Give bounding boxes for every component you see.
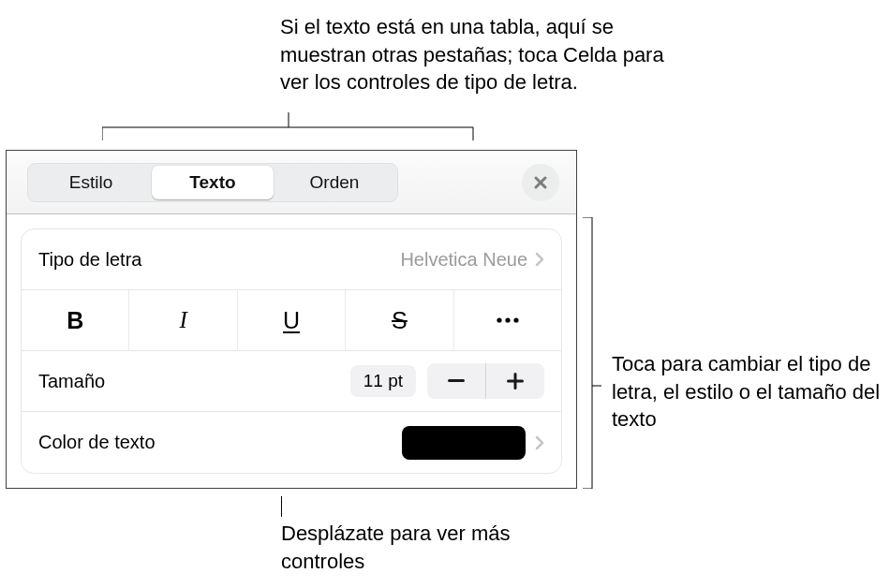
svg-point-3: [505, 317, 510, 322]
size-label: Tamaño: [38, 371, 350, 392]
tab-style[interactable]: Estilo: [30, 166, 152, 199]
callout-right-bracket: [583, 217, 601, 489]
callout-bottom: Desplázate para ver más controles: [281, 520, 525, 575]
chevron-right-icon: [535, 435, 544, 450]
callout-top-bracket: [102, 112, 475, 140]
size-increase-button[interactable]: [486, 363, 544, 399]
size-row: Tamaño 11 pt: [22, 351, 561, 412]
bold-button[interactable]: B: [22, 290, 129, 350]
minus-icon: [448, 379, 465, 383]
svg-point-2: [497, 317, 501, 322]
text-color-label: Color de texto: [38, 432, 402, 453]
strikethrough-button[interactable]: S: [346, 290, 453, 350]
tab-text[interactable]: Texto: [152, 166, 274, 199]
callout-top: Si el texto está en una tabla, aquí se m…: [280, 13, 683, 96]
tab-order[interactable]: Orden: [274, 166, 395, 199]
italic-button[interactable]: I: [129, 290, 237, 350]
font-value: Helvetica Neue: [400, 249, 527, 271]
close-icon: [533, 175, 548, 190]
font-row[interactable]: Tipo de letra Helvetica Neue: [22, 229, 561, 290]
underline-button[interactable]: U: [238, 290, 346, 350]
format-panel: Estilo Texto Orden Tipo de letra Helveti…: [6, 150, 577, 489]
font-style-row: B I U S: [22, 290, 561, 351]
text-color-swatch[interactable]: [402, 426, 526, 460]
panel-header: Estilo Texto Orden: [7, 151, 576, 214]
more-button[interactable]: [454, 290, 561, 350]
callout-right: Toca para cambiar el tipo de letra, el e…: [612, 350, 883, 434]
size-value[interactable]: 11 pt: [350, 365, 416, 397]
panel-body: Tipo de letra Helvetica Neue B I U S: [21, 228, 562, 474]
size-decrease-button[interactable]: [427, 363, 485, 399]
ellipsis-icon: [496, 316, 520, 324]
font-label: Tipo de letra: [38, 249, 400, 271]
callout-bottom-line: [281, 496, 282, 517]
close-button[interactable]: [522, 164, 559, 201]
plus-icon: [507, 373, 524, 390]
chevron-right-icon: [535, 252, 544, 267]
svg-point-4: [513, 317, 518, 322]
svg-rect-5: [448, 379, 465, 382]
svg-rect-7: [514, 373, 517, 390]
segmented-control: Estilo Texto Orden: [27, 163, 398, 202]
text-color-row[interactable]: Color de texto: [22, 412, 561, 473]
size-stepper: [427, 363, 544, 399]
